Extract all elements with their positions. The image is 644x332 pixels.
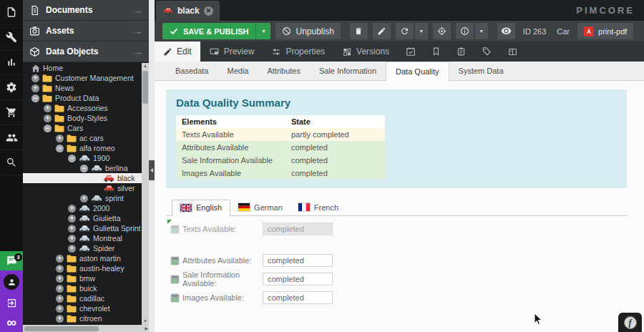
expand-plus-icon[interactable]: + (56, 255, 64, 263)
tab-edit[interactable]: Edit (155, 42, 200, 62)
expand-plus-icon[interactable]: + (56, 315, 64, 323)
lang-tab-german[interactable]: German (230, 200, 291, 215)
tree-item-ac-cars[interactable]: +ac cars (23, 133, 142, 143)
tab-bookmark[interactable] (424, 42, 449, 62)
collapse-minus-icon[interactable]: − (68, 155, 76, 162)
expand-plus-icon[interactable]: + (56, 275, 64, 283)
expand-plus-icon[interactable]: + (44, 104, 52, 112)
field-input[interactable] (263, 254, 333, 267)
tree-item-body-styles[interactable]: +Body-Styles (23, 113, 142, 123)
tree-item-chevrolet[interactable]: +chevrolet (23, 303, 142, 313)
tools-icon[interactable] (0, 25, 23, 50)
expand-plus-icon[interactable]: + (31, 84, 39, 92)
delete-button[interactable] (350, 23, 368, 39)
expand-plus-icon[interactable]: + (56, 305, 64, 313)
tab-properties[interactable]: Properties (263, 42, 333, 62)
tree-item-black[interactable]: black (23, 173, 142, 183)
subtab-system-data[interactable]: System Data (449, 62, 513, 80)
tree-item-austin-healey[interactable]: +austin-healey (23, 263, 142, 273)
tree-vertical-scrollbar[interactable]: ▲ ▼ (142, 63, 149, 325)
field-input[interactable] (263, 273, 333, 285)
tree-item-citroen[interactable]: +citroen (23, 313, 142, 323)
tree-item-cadillac[interactable]: +cadillac (23, 293, 142, 303)
unpublish-button[interactable]: Unpublish (275, 23, 340, 39)
lang-tab-english[interactable]: English (172, 200, 230, 216)
scroll-up-icon[interactable]: ▲ (142, 63, 149, 69)
reports-icon[interactable] (0, 50, 23, 75)
subtab-media[interactable]: Media (218, 62, 258, 80)
subtab-basedata[interactable]: Basedata (166, 62, 218, 80)
expand-plus-icon[interactable]: + (56, 295, 64, 303)
tree-item-news[interactable]: +News (23, 83, 142, 93)
info-options-caret-icon[interactable]: ▾ (475, 23, 488, 39)
users-icon[interactable] (0, 125, 23, 150)
tree-item-aston-martin[interactable]: +aston martin (23, 253, 142, 263)
open-preview-button[interactable] (497, 23, 515, 39)
panel-splitter[interactable] (149, 0, 155, 332)
tree-item-berlina[interactable]: −berlina (23, 163, 142, 173)
reload-options-caret-icon[interactable]: ▾ (415, 23, 428, 39)
tree-item-1900[interactable]: −1900 (23, 153, 142, 163)
tree-item-spider[interactable]: +Spider (23, 243, 142, 253)
tree-item-silver[interactable]: silver (23, 183, 142, 193)
tree-item-accessories[interactable]: +Accessories (23, 103, 142, 113)
scroll-right-icon[interactable]: ▶ (145, 325, 148, 332)
tree-item-2000[interactable]: +2000 (23, 203, 142, 213)
collapse-minus-icon[interactable]: − (56, 145, 64, 152)
reload-button[interactable] (396, 23, 414, 39)
tree-item-sprint[interactable]: +sprint (23, 193, 142, 203)
expand-plus-icon[interactable]: + (31, 74, 39, 82)
tree-horizontal-scrollbar[interactable]: ▶ (23, 325, 149, 332)
collapse-panel-handle[interactable] (149, 160, 155, 180)
collapse-minus-icon[interactable]: − (80, 165, 88, 172)
save-options-caret-icon[interactable]: ▾ (255, 23, 270, 39)
accordion-data-objects[interactable]: Data Objects → (23, 42, 149, 62)
close-tab-icon[interactable]: ✕ (204, 6, 213, 16)
tree-item-buick[interactable]: +buick (23, 283, 142, 293)
tree-item-giulietta[interactable]: +Giulietta (23, 213, 142, 223)
expand-plus-icon[interactable]: + (68, 245, 76, 253)
settings-icon[interactable] (0, 75, 23, 100)
tree-item-montreal[interactable]: +Montreal (23, 233, 142, 243)
tab-dependencies[interactable] (499, 42, 526, 62)
tree-item-alfa-romeo[interactable]: −alfa romeo (23, 143, 142, 153)
subtab-attributes[interactable]: Attributes (258, 62, 309, 80)
expand-plus-icon[interactable]: + (80, 195, 88, 202)
tree-item-product-data[interactable]: −Product Data (23, 93, 142, 103)
tab-black-object[interactable]: black ✕ (156, 1, 220, 21)
expand-plus-icon[interactable]: + (44, 114, 52, 122)
locate-in-tree-button[interactable] (433, 23, 451, 39)
tab-schedule[interactable] (398, 42, 424, 62)
tab-notes[interactable] (449, 42, 474, 62)
scroll-down-icon[interactable]: ▼ (142, 318, 149, 325)
field-input[interactable] (263, 291, 333, 304)
rename-button[interactable] (373, 23, 391, 39)
info-button[interactable] (456, 23, 474, 39)
scrollbar-thumb[interactable] (24, 326, 99, 331)
documents-icon[interactable] (0, 0, 23, 25)
expand-plus-icon[interactable]: + (56, 265, 64, 273)
pimcore-logo-icon[interactable]: ∞ (6, 316, 16, 329)
tree-item-bmw[interactable]: +bmw (23, 273, 142, 283)
expand-plus-icon[interactable]: + (56, 285, 64, 293)
expand-plus-icon[interactable]: + (68, 235, 76, 243)
tree-item-home[interactable]: Home (23, 63, 142, 73)
subtab-sale-information[interactable]: Sale Information (310, 62, 386, 80)
collapse-minus-icon[interactable]: − (44, 125, 52, 132)
tab-tags[interactable] (474, 42, 499, 62)
tab-preview[interactable]: Preview (200, 42, 263, 62)
expand-plus-icon[interactable]: + (68, 215, 76, 223)
tree-item-cars[interactable]: −Cars (23, 123, 142, 133)
chat-button[interactable]: 3 (0, 251, 23, 270)
scrollbar-thumb[interactable] (142, 71, 148, 104)
expand-plus-icon[interactable]: + (68, 225, 76, 233)
expand-plus-icon[interactable]: + (56, 135, 64, 142)
accordion-documents[interactable]: Documents → (23, 0, 149, 21)
subtab-data-quality[interactable]: Data Quality (386, 62, 449, 81)
accordion-assets[interactable]: Assets → (23, 21, 149, 42)
tree-item-gulietta-sprint-specia[interactable]: +Gulietta Sprint Specia (23, 223, 142, 233)
field-input[interactable] (263, 223, 333, 235)
tree-item-customer-management[interactable]: +Customer Management (23, 73, 142, 83)
save-and-publish-button[interactable]: SAVE & PUBLISH ▾ (162, 23, 270, 39)
lang-tab-french[interactable]: French (291, 200, 346, 215)
